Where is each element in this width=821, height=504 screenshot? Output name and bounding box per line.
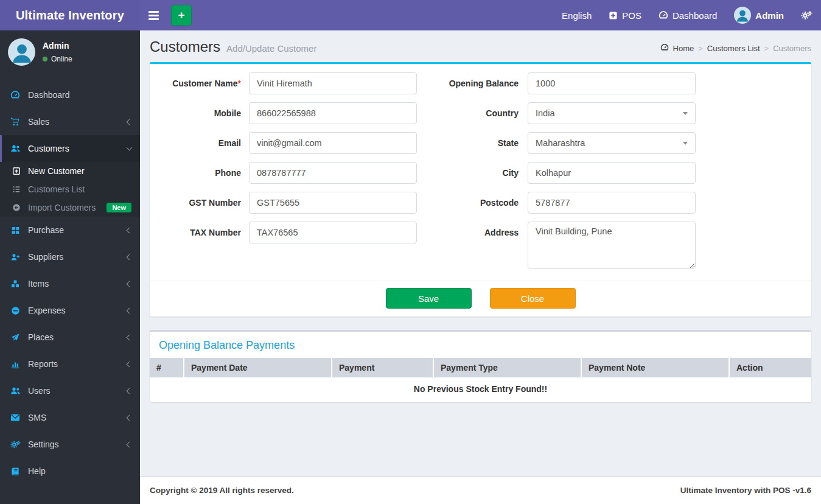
grid-icon [9, 226, 21, 235]
page-footer: Copyright © 2019 All rights reserved. Ul… [140, 476, 821, 504]
close-button[interactable]: Close [490, 288, 576, 309]
sidebar-item-import-customers[interactable]: Import Customers New [0, 198, 140, 217]
chevron-left-icon [127, 334, 133, 340]
sidebar-item-settings[interactable]: Settings [0, 431, 140, 458]
empty-message: No Previous Stock Entry Found!! [150, 377, 811, 402]
phone-label: Phone [150, 162, 241, 184]
col-payment-note: Payment Note [581, 358, 729, 377]
dashboard-link[interactable]: Dashboard [650, 0, 725, 30]
chevron-left-icon [127, 415, 133, 421]
online-status-dot [43, 57, 47, 61]
envelope-icon [9, 413, 21, 422]
settings-menu[interactable] [792, 0, 821, 30]
version-text: Ultimate Inventory with POS -v1.6 [680, 486, 811, 495]
language-menu[interactable]: English [553, 0, 600, 30]
sidebar-item-sms[interactable]: SMS [0, 404, 140, 431]
breadcrumb-customers-list[interactable]: Customers List [707, 44, 760, 53]
caret-down-icon [683, 112, 688, 115]
chevron-left-icon [127, 227, 133, 233]
sidebar-item-new-customer[interactable]: New Customer [0, 162, 140, 180]
tax-number-input[interactable] [249, 222, 417, 243]
minus-circle-icon [9, 306, 21, 315]
chevron-left-icon [127, 119, 133, 125]
avatar [8, 38, 35, 66]
sidebar-item-suppliers[interactable]: Suppliers [0, 243, 140, 270]
mobile-input[interactable] [249, 102, 417, 124]
content: Customers Add/Update Customer Home > Cus… [140, 30, 821, 476]
users-icon [9, 386, 21, 396]
new-badge: New [107, 203, 131, 212]
city-input[interactable] [528, 162, 696, 184]
book-icon [9, 467, 21, 476]
app-window: Ultimate Inventory + English POS Dashboa… [0, 0, 821, 504]
payments-panel-title: Opening Balance Payments [159, 339, 295, 351]
sidebar-menu: Dashboard Sales Customers New [0, 82, 140, 485]
dashboard-gauge-icon [659, 10, 668, 20]
dashboard-label: Dashboard [673, 10, 717, 21]
chevron-left-icon [127, 307, 133, 313]
sidebar-item-expenses[interactable]: Expenses [0, 297, 140, 324]
pos-label: POS [622, 10, 641, 21]
sidebar-item-help[interactable]: Help [0, 458, 140, 485]
brand-logo[interactable]: Ultimate Inventory [0, 0, 140, 30]
sidebar-item-reports[interactable]: Reports [0, 351, 140, 377]
page-title: Customers [150, 38, 220, 55]
opening-balance-label: Opening Balance [433, 72, 519, 94]
state-label: State [433, 132, 519, 154]
mobile-label: Mobile [150, 102, 241, 124]
cubes-icon [9, 279, 21, 289]
gst-number-input[interactable] [249, 192, 417, 214]
sidebar-item-customers-list[interactable]: Customers List [0, 180, 140, 198]
sidebar-item-users[interactable]: Users [0, 377, 140, 404]
caret-down-icon [683, 142, 688, 145]
top-navbar: Ultimate Inventory + English POS Dashboa… [0, 0, 821, 30]
phone-input[interactable] [249, 162, 417, 184]
plus-square-icon [11, 167, 22, 175]
city-label: City [433, 162, 519, 184]
customer-form-panel: Customer Name* Opening Balance Mobile [150, 62, 811, 317]
language-label: English [562, 10, 592, 21]
sidebar-toggle-icon[interactable] [140, 0, 167, 30]
sidebar-item-purchase[interactable]: Purchase [0, 217, 140, 243]
col-action: Action [729, 358, 811, 377]
state-select[interactable]: Maharashtra [528, 132, 696, 154]
opening-balance-payments-panel: Opening Balance Payments # Payment Date … [150, 330, 811, 402]
customer-name-input[interactable] [249, 72, 417, 94]
country-label: Country [433, 102, 519, 124]
postcode-label: Postcode [433, 192, 519, 214]
payments-table-header-row: # Payment Date Payment Payment Type Paym… [150, 358, 811, 377]
quick-add-button[interactable]: + [171, 5, 192, 26]
sidebar-item-items[interactable]: Items [0, 270, 140, 297]
empty-row: No Previous Stock Entry Found!! [150, 377, 811, 402]
chevron-left-icon [127, 281, 133, 287]
country-select[interactable]: India [528, 102, 696, 124]
chevron-down-icon [127, 145, 133, 151]
chevron-left-icon [127, 254, 133, 260]
user-menu[interactable]: Admin [725, 0, 792, 30]
payments-table: # Payment Date Payment Payment Type Paym… [150, 358, 811, 402]
save-button[interactable]: Save [386, 288, 472, 309]
breadcrumb: Home > Customers List > Customers [660, 43, 811, 54]
sidebar-user-name: Admin [43, 41, 72, 51]
col-payment-type: Payment Type [433, 358, 581, 377]
content-header: Customers Add/Update Customer Home > Cus… [150, 30, 811, 62]
breadcrumb-home[interactable]: Home [673, 44, 694, 53]
sidebar-item-places[interactable]: Places [0, 324, 140, 351]
copyright-text: Copyright © 2019 All rights reserved. [150, 486, 294, 495]
pos-link[interactable]: POS [600, 0, 650, 30]
address-label: Address [433, 222, 519, 271]
opening-balance-input[interactable] [528, 72, 696, 94]
sidebar-user-panel: Admin Online [0, 30, 140, 72]
users-icon [9, 144, 21, 153]
address-textarea[interactable]: Vinit Building, Pune [528, 222, 696, 269]
sidebar-item-sales[interactable]: Sales [0, 108, 140, 135]
sidebar-item-customers[interactable]: Customers [0, 135, 140, 162]
sidebar-item-dashboard[interactable]: Dashboard [0, 82, 140, 108]
email-input[interactable] [249, 132, 417, 154]
home-gauge-icon [660, 43, 669, 54]
postcode-input[interactable] [528, 192, 696, 214]
bar-chart-icon [9, 360, 21, 369]
tax-number-label: TAX Number [150, 222, 241, 271]
plus-square-icon [609, 11, 618, 20]
arrow-circle-icon [11, 203, 22, 212]
